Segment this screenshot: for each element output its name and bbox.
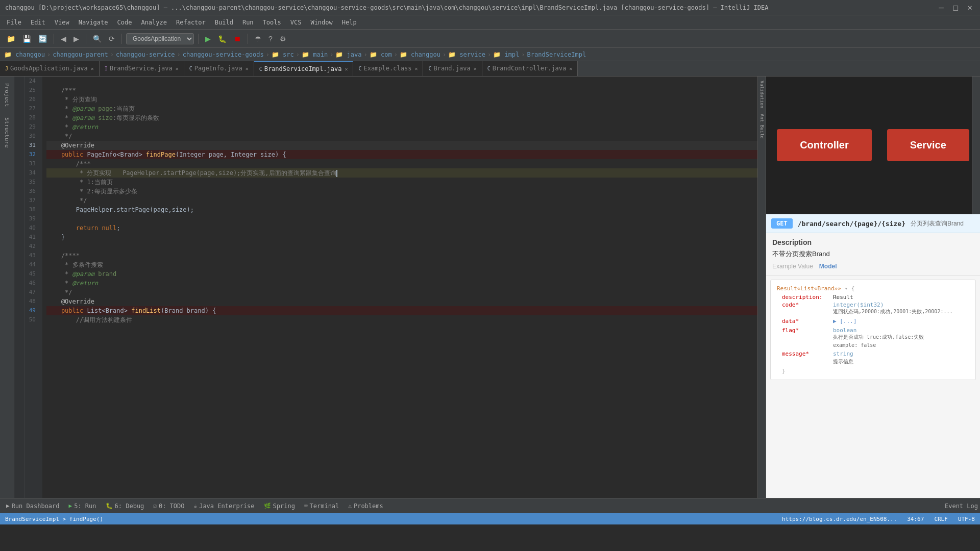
code-line-42: [46, 242, 762, 251]
menu-navigate[interactable]: Navigate: [75, 17, 112, 28]
todo-tab[interactable]: ☑ 0: TODO: [149, 500, 188, 512]
tab-brandservice[interactable]: I BrandService.java ✕: [100, 61, 184, 76]
bc-goods[interactable]: changgou-service-goods: [183, 51, 264, 58]
bc-main[interactable]: 📁 main: [302, 51, 328, 58]
tab-close-brand[interactable]: ✕: [474, 66, 477, 71]
code-line-37: */: [46, 196, 762, 205]
toolbar: 📁 💾 🔄 ◀ ▶ 🔍 ⟳ GoodsApplication ▶ 🐛 ⏹ ☂ ?…: [0, 30, 980, 48]
run-btn[interactable]: ▶: [203, 33, 213, 44]
minimize-button[interactable]: —: [936, 3, 946, 12]
bc-impl[interactable]: 📁 impl: [493, 51, 519, 58]
run-tab[interactable]: ▶ 5: Run: [65, 500, 101, 512]
description-section: Description 不带分页搜索Brand Example Value Mo…: [766, 233, 980, 276]
code-line-38: PageHelper.startPage(page,size);: [46, 205, 762, 214]
forward-btn[interactable]: ▶: [71, 33, 82, 44]
open-btn[interactable]: 📁: [4, 33, 18, 44]
ant-build-tab[interactable]: Ant Build: [759, 112, 765, 140]
coverage-btn[interactable]: ☂: [252, 33, 264, 44]
tab-pageinfo[interactable]: C PageInfo.java ✕: [184, 61, 254, 76]
tab-close-brandservice[interactable]: ✕: [176, 66, 179, 71]
java-enterprise-tab[interactable]: ☕ Java Enterprise: [190, 500, 259, 512]
menu-run[interactable]: Run: [238, 17, 258, 28]
menu-edit[interactable]: Edit: [27, 17, 50, 28]
back-btn[interactable]: ◀: [58, 33, 69, 44]
event-log-link[interactable]: Event Log: [945, 503, 978, 510]
bc-changgou[interactable]: 📁 changgou: [4, 51, 45, 58]
tab-label-brandserviceimpl: BrandServiceImpl.java: [264, 65, 342, 72]
tab-example[interactable]: C Example.class ✕: [353, 61, 423, 76]
tab-close-goodsapp[interactable]: ✕: [91, 66, 94, 71]
close-button[interactable]: ✕: [965, 3, 975, 12]
save-btn[interactable]: 💾: [20, 33, 34, 44]
tabs-bar: J GoodsApplication.java ✕ I BrandService…: [0, 61, 980, 77]
bc-service2[interactable]: 📁 service: [448, 51, 485, 58]
menu-refactor[interactable]: Refactor: [172, 17, 210, 28]
main-layout: Project Structure 24 25 26 27 28 2: [0, 77, 980, 524]
status-position: 34:67: [907, 516, 924, 522]
menu-help[interactable]: Help: [338, 17, 361, 28]
swagger-get-bar[interactable]: GET /brand/search/{page}/{size} 分页列表查询Br…: [766, 214, 980, 233]
code-line-50: //调用方法构建条件: [46, 315, 762, 324]
bc-src[interactable]: 📁 src: [272, 51, 294, 58]
stop-btn[interactable]: ⏹: [231, 33, 243, 44]
code-line-49: ● public List<Brand> findList(Brand bran…: [46, 306, 762, 315]
code-line-34: * 分页实现 PageHelper.startPage(page,size);分…: [46, 168, 762, 178]
menu-view[interactable]: View: [51, 17, 74, 28]
code-area[interactable]: /*** * 分页查询 * @param page:当前页 * @param s…: [42, 77, 766, 498]
problems-tab[interactable]: ⚠ Problems: [344, 500, 387, 512]
help-btn[interactable]: ?: [266, 33, 275, 44]
tab-brandcontroller[interactable]: C BrandController.java ✕: [482, 61, 578, 76]
menu-vcs[interactable]: VCS: [286, 17, 306, 28]
example-value-link[interactable]: Example Value: [772, 263, 813, 270]
structure-sidebar-btn[interactable]: Structure: [2, 113, 12, 152]
debug-btn[interactable]: 🐛: [215, 33, 229, 44]
description-content: 不带分页搜索Brand: [772, 249, 974, 259]
menu-tools[interactable]: Tools: [259, 17, 285, 28]
run-dashboard-tab[interactable]: ▶ Run Dashboard: [2, 500, 64, 512]
menu-code[interactable]: Code: [113, 17, 136, 28]
tab-close-pageinfo[interactable]: ✕: [246, 66, 249, 71]
project-sidebar-btn[interactable]: Project: [2, 79, 12, 111]
validation-tab[interactable]: Validation: [759, 79, 765, 110]
bc-service[interactable]: changgou-service: [116, 51, 175, 58]
problems-icon: ⚠: [348, 503, 352, 509]
bc-parent[interactable]: changgou-parent: [53, 51, 108, 58]
spring-tab[interactable]: 🌿 Spring: [260, 500, 299, 512]
debug-tab[interactable]: 🐛 6: Debug: [102, 500, 149, 512]
controller-button[interactable]: Controller: [777, 129, 872, 161]
tab-icon-brandserviceimpl: C: [259, 66, 262, 72]
java-enterprise-icon: ☕: [194, 503, 198, 509]
breadcrumb: 📁 changgou › changgou-parent › changgou-…: [0, 48, 980, 61]
terminal-tab[interactable]: ⌨ Terminal: [300, 500, 343, 512]
replace-btn[interactable]: ⟳: [106, 33, 117, 44]
tab-close-brandserviceimpl[interactable]: ✕: [345, 66, 348, 72]
tab-brand[interactable]: C Brand.java ✕: [423, 61, 482, 76]
tab-icon-brand: C: [428, 66, 431, 71]
bc-com[interactable]: 📁 com: [370, 51, 392, 58]
sync-btn[interactable]: 🔄: [36, 33, 50, 44]
app-dropdown[interactable]: GoodsApplication: [126, 33, 194, 44]
code-line-44: * 多条件搜索: [46, 260, 762, 269]
editor-content: 24 25 26 27 28 29 30 31 32 33 34 35 36 3…: [14, 77, 766, 498]
status-bar: BrandServiceImpl > findPage() https://bl…: [0, 513, 980, 524]
model-link[interactable]: Model: [819, 263, 837, 270]
menu-build[interactable]: Build: [211, 17, 237, 28]
right-panel-mini-tabs: [972, 77, 980, 214]
menu-window[interactable]: Window: [306, 17, 336, 28]
tab-close-brandcontroller[interactable]: ✕: [569, 66, 572, 71]
tab-goodsapp[interactable]: J GoodsApplication.java ✕: [0, 61, 100, 76]
bc-changgou2[interactable]: 📁 changgou: [400, 51, 440, 58]
model-field-description: description: Result code* integer($int32…: [777, 294, 969, 374]
settings-btn[interactable]: ⚙: [277, 33, 289, 44]
maximize-button[interactable]: □: [950, 3, 961, 12]
tab-brandserviceimpl[interactable]: C BrandServiceImpl.java ✕: [254, 61, 354, 76]
menu-file[interactable]: File: [3, 17, 26, 28]
search-btn[interactable]: 🔍: [90, 33, 104, 44]
tab-close-example[interactable]: ✕: [414, 66, 418, 71]
bc-brandservice[interactable]: BrandServiceImpl: [527, 51, 586, 58]
status-url: https://blog.cs.dr.edu/en_EN508...: [782, 516, 897, 522]
service-button[interactable]: Service: [887, 129, 969, 161]
menu-analyze[interactable]: Analyze: [137, 17, 171, 28]
status-encoding: UTF-8: [958, 516, 975, 522]
bc-java[interactable]: 📁 java: [335, 51, 361, 58]
